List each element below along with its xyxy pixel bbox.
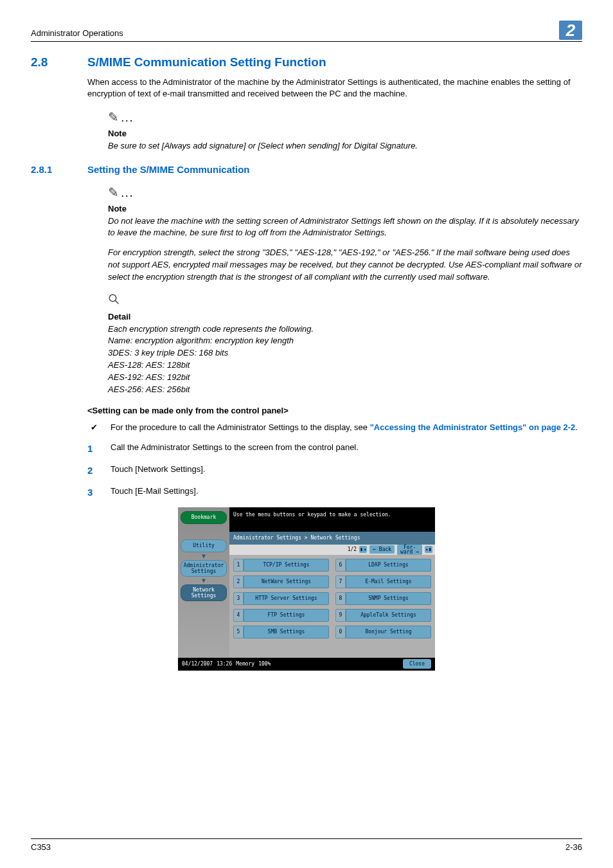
settings-item-number: 9 (335, 609, 346, 622)
settings-item[interactable]: 7E-Mail Settings (335, 575, 431, 588)
panel-breadcrumb: Administrator Settings > Network Setting… (229, 532, 435, 545)
subsection-heading: 2.8.1 Setting the S/MIME Communication (31, 163, 582, 177)
settings-item[interactable]: 9AppleTalk Settings (335, 609, 431, 622)
note-block: ✎... Note Be sure to set [Always add sig… (108, 108, 582, 152)
footer-page: 2-36 (565, 842, 582, 854)
settings-item-number: 8 (335, 592, 346, 605)
note-dots: ... (121, 189, 134, 199)
step-number: 2 (87, 464, 100, 478)
detail-line-4: AES-192: AES: 192bit (108, 372, 582, 384)
forward-button[interactable]: For- ward → (397, 545, 422, 555)
chapter-number: 2 (559, 21, 582, 40)
note2-p1: Do not leave the machine with the settin… (108, 215, 582, 240)
settings-item-number: 1 (233, 559, 244, 572)
step-text: Touch [E-Mail Settings]. (111, 485, 199, 500)
step-text: Call the Administrator Settings to the s… (111, 442, 359, 456)
note-icon: ✎ (108, 185, 119, 199)
settings-item-number: 5 (233, 626, 244, 638)
note2-p2: For encryption strength, select the stro… (108, 247, 582, 284)
step-1: 1 Call the Administrator Settings to the… (87, 442, 582, 456)
settings-item[interactable]: 8SNMP Settings (335, 592, 431, 605)
proc-link[interactable]: "Accessing the Administrator Settings" o… (370, 422, 576, 432)
section-number: 2.8 (31, 53, 69, 71)
arrow-down-icon: ▼ (202, 579, 206, 583)
settings-item-label: E-Mail Settings (346, 575, 431, 588)
settings-item-label: NetWare Settings (244, 575, 329, 588)
step-number: 3 (87, 485, 100, 500)
detail-block: Detail Each encryption strength code rep… (108, 291, 582, 396)
settings-item[interactable]: 0Bonjour Setting (335, 626, 431, 638)
proc-tail: . (575, 422, 578, 432)
step-2: 2 Touch [Network Settings]. (87, 464, 582, 478)
note-label: Note (108, 203, 582, 215)
panel-statusbar: 04/12/2007 13:26 Memory 100% Close (178, 658, 435, 671)
bookmark-button[interactable]: Bookmark (181, 511, 227, 524)
settings-item-number: 6 (335, 559, 346, 572)
panel-hint: Use the menu buttons or keypad to make a… (229, 507, 435, 523)
page-indicator: 1/2 (348, 546, 357, 554)
settings-item-label: TCP/IP Settings (244, 559, 329, 572)
checkmark-icon: ✔ (87, 422, 100, 434)
detail-icon (108, 291, 582, 310)
settings-item-label: HTTP Server Settings (244, 592, 329, 605)
svg-point-0 (109, 294, 116, 302)
settings-item[interactable]: 1TCP/IP Settings (233, 559, 329, 572)
detail-line-5: AES-256: AES: 256bit (108, 384, 582, 396)
header-title: Administrator Operations (31, 28, 123, 40)
procedure-note: ✔ For the procedure to call the Administ… (87, 422, 582, 434)
proc-lead: For the procedure to call the Administra… (111, 422, 370, 432)
close-button[interactable]: Close (403, 659, 431, 669)
detail-line-1: Name: encryption algorithm: encryption k… (108, 335, 582, 347)
control-panel-screenshot: Bookmark Utility ▼ Administrator Setting… (31, 507, 582, 671)
section-title: S/MIME Communication Setting Function (87, 53, 326, 71)
back-label: Back (379, 547, 391, 552)
detail-line-2: 3DES: 3 key triple DES: 168 bits (108, 347, 582, 359)
note-block-2: ✎... Note Do not leave the machine with … (108, 183, 582, 284)
arrow-down-icon: ▼ (202, 554, 206, 558)
settings-item[interactable]: 4FTP Settings (233, 609, 329, 622)
step-number: 1 (87, 442, 100, 456)
footer-model: C353 (31, 842, 51, 854)
subsection-title: Setting the S/MIME Communication (87, 163, 250, 177)
note-text: Be sure to set [Always add signature] or… (108, 140, 582, 152)
settings-item-label: SMB Settings (244, 626, 329, 638)
network-settings-button[interactable]: Network Settings (181, 584, 227, 601)
settings-item-number: 4 (233, 609, 244, 622)
nav-prev-icon[interactable]: ▮◂ (359, 546, 367, 554)
panel-sidebar: Bookmark Utility ▼ Administrator Setting… (178, 507, 229, 658)
subsection-number: 2.8.1 (31, 163, 69, 177)
svg-line-1 (115, 300, 118, 303)
settings-item-number: 7 (335, 575, 346, 588)
step-3: 3 Touch [E-Mail Settings]. (87, 485, 582, 500)
nav-next-icon[interactable]: ▸▮ (425, 546, 432, 554)
status-time: 13:26 (217, 660, 232, 668)
forward-label: For- ward (400, 545, 416, 555)
utility-button[interactable]: Utility (181, 539, 227, 552)
settings-item-number: 2 (233, 575, 244, 588)
admin-settings-button[interactable]: Administrator Settings (181, 560, 227, 577)
detail-line-0: Each encryption strength code represents… (108, 323, 582, 336)
status-mem-label: Memory (236, 660, 254, 668)
settings-item-label: FTP Settings (244, 609, 329, 622)
settings-item[interactable]: 3HTTP Server Settings (233, 592, 329, 605)
page-footer: C353 2-36 (31, 838, 582, 854)
note-label: Note (108, 128, 582, 140)
section-heading: 2.8 S/MIME Communication Setting Functio… (31, 53, 582, 71)
settings-item-number: 0 (335, 626, 346, 638)
settings-item[interactable]: 2NetWare Settings (233, 575, 329, 588)
settings-item[interactable]: 5SMB Settings (233, 626, 329, 638)
settings-item-label: LDAP Settings (346, 559, 431, 572)
settings-grid: 1TCP/IP Settings6LDAP Settings2NetWare S… (229, 555, 435, 658)
settings-item[interactable]: 6LDAP Settings (335, 559, 431, 572)
panel-subhead: <Setting can be made only from the contr… (87, 405, 582, 417)
detail-label: Detail (108, 311, 582, 323)
procedure-text: For the procedure to call the Administra… (111, 422, 578, 434)
panel-nav: 1/2 ▮◂ ← Back For- ward → ▸▮ (229, 545, 435, 555)
back-button[interactable]: ← Back (369, 545, 395, 554)
step-text: Touch [Network Settings]. (111, 464, 205, 478)
status-mem-val: 100% (258, 660, 271, 668)
page-header: Administrator Operations 2 (31, 21, 582, 42)
section-intro: When access to the Administrator of the … (87, 77, 582, 101)
detail-line-3: AES-128: AES: 128bit (108, 359, 582, 372)
settings-item-label: SNMP Settings (346, 592, 431, 605)
